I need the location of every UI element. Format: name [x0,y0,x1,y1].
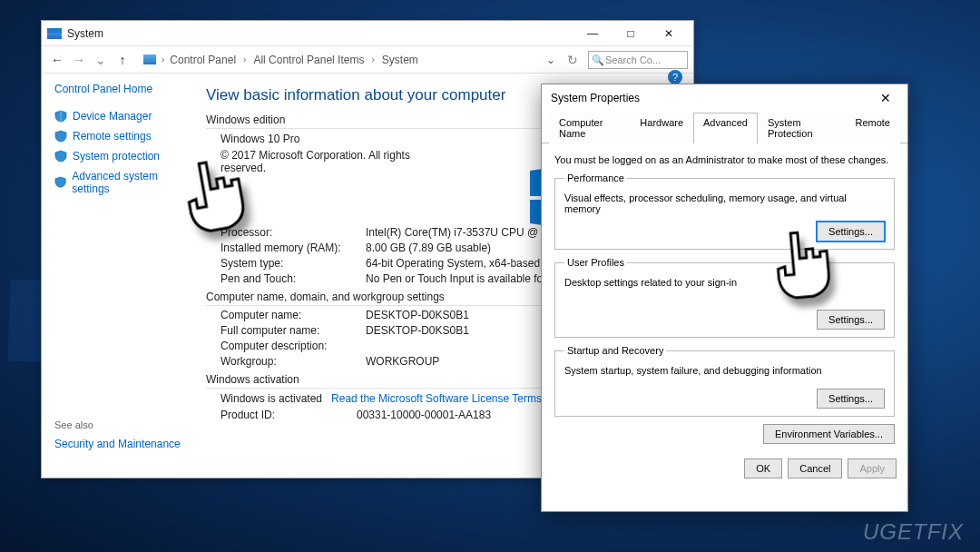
sidebar: Control Panel Home Device Manager Remote… [42,74,201,478]
license-terms-link[interactable]: Read the Microsoft Software License Term… [331,392,542,405]
titlebar: System — □ ✕ [42,21,693,46]
sidebar-item-system-protection[interactable]: System protection [54,150,191,163]
dropdown-history-icon[interactable]: ⌄ [541,50,561,70]
tab-advanced[interactable]: Advanced [693,113,758,143]
see-also-label: See also [54,419,93,430]
breadcrumb-item[interactable]: Control Panel [166,52,240,68]
app-icon [47,28,62,39]
user-profiles-desc: Desktop settings related to your sign-in [564,277,885,288]
cancel-button[interactable]: Cancel [788,458,842,478]
shield-icon [54,150,67,163]
environment-variables-button[interactable]: Environment Variables... [763,424,895,444]
user-profiles-legend: User Profiles [564,257,627,268]
performance-group: Performance Visual effects, processor sc… [554,172,895,250]
system-properties-dialog: System Properties ✕ Computer Name Hardwa… [541,84,908,512]
dialog-title: System Properties [551,92,640,104]
dialog-buttons: OK Cancel Apply [542,451,907,488]
tab-strip: Computer Name Hardware Advanced System P… [542,112,907,143]
minimize-button[interactable]: — [573,21,612,46]
location-icon [143,54,156,64]
chevron-right-icon: › [162,54,164,64]
watermark: UGETFIX [863,519,964,545]
performance-settings-button[interactable]: Settings... [817,222,885,242]
dialog-body: You must be logged on as an Administrato… [542,143,907,451]
tab-hardware[interactable]: Hardware [630,113,693,143]
tab-remote[interactable]: Remote [845,113,900,143]
nav-toolbar: ← → ⌄ ↑ › Control Panel › All Control Pa… [42,46,693,74]
help-icon[interactable]: ? [668,70,682,84]
breadcrumb-item[interactable]: System [378,52,422,68]
user-profiles-settings-button[interactable]: Settings... [817,310,885,330]
tab-computer-name[interactable]: Computer Name [549,113,630,143]
close-button[interactable]: ✕ [873,88,898,108]
search-placeholder: Search Co... [605,54,661,65]
activation-status: Windows is activated [220,392,322,405]
startup-recovery-group: Startup and Recovery System startup, sys… [554,345,895,417]
refresh-button[interactable]: ↻ [563,50,583,70]
sidebar-item-label: Remote settings [73,130,152,143]
dialog-titlebar: System Properties ✕ [542,84,907,112]
chevron-right-icon: › [243,54,246,64]
see-also: See also Security and Maintenance [54,419,181,450]
security-and-maintenance-link[interactable]: Security and Maintenance [54,438,181,450]
window-controls: — □ ✕ [573,21,688,46]
copyright: © 2017 Microsoft Corporation. All rights… [220,149,438,174]
performance-legend: Performance [564,172,627,183]
shield-icon [54,176,66,189]
sidebar-item-remote-settings[interactable]: Remote settings [54,130,191,143]
breadcrumb-item[interactable]: All Control Panel Items [250,52,368,68]
tab-system-protection[interactable]: System Protection [758,113,846,143]
control-panel-home-link[interactable]: Control Panel Home [54,83,191,95]
admin-note: You must be logged on as an Administrato… [554,154,895,165]
up-button[interactable]: ↑ [113,50,132,70]
startup-recovery-legend: Startup and Recovery [564,345,666,356]
sidebar-item-advanced-system-settings[interactable]: Advanced system settings [54,170,191,195]
startup-recovery-settings-button[interactable]: Settings... [817,389,885,409]
performance-desc: Visual effects, processor scheduling, me… [564,192,885,214]
chevron-right-icon: › [371,54,374,64]
window-title: System [67,27,103,40]
search-input[interactable]: 🔍 Search Co... [588,51,688,69]
sidebar-item-device-manager[interactable]: Device Manager [54,110,191,123]
sidebar-item-label: System protection [73,150,160,163]
search-icon: 🔍 [592,54,604,66]
user-profiles-group: User Profiles Desktop settings related t… [554,257,895,338]
recent-locations-dropdown[interactable]: ⌄ [91,50,111,70]
sidebar-item-label: Device Manager [73,110,152,123]
forward-button[interactable]: → [69,50,89,70]
back-button[interactable]: ← [47,50,67,70]
close-button[interactable]: ✕ [650,21,688,46]
sidebar-item-label: Advanced system settings [72,170,191,195]
apply-button[interactable]: Apply [848,458,897,478]
startup-recovery-desc: System startup, system failure, and debu… [564,365,885,376]
breadcrumb[interactable]: Control Panel › All Control Panel Items … [166,52,421,68]
ok-button[interactable]: OK [744,458,782,478]
maximize-button[interactable]: □ [612,21,650,46]
shield-icon [54,130,67,143]
shield-icon [54,110,67,123]
